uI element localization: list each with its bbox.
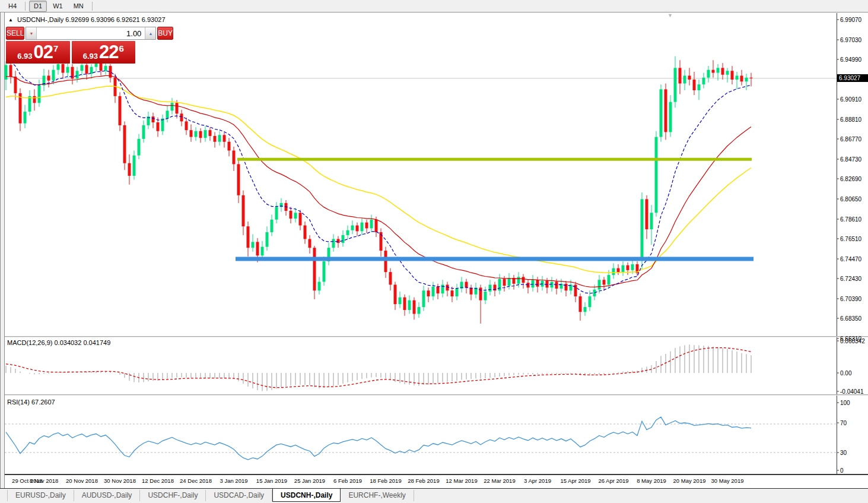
sell-price-point: 7	[53, 43, 58, 53]
tab-usdchf-daily[interactable]: USDCHF-,Daily	[140, 490, 206, 501]
date-axis-label: 18 Feb 2019	[370, 477, 401, 484]
sell-price-pips: 02	[33, 42, 52, 63]
date-axis-label: 20 May 2019	[673, 477, 706, 484]
price-axis-label: 6.82690	[840, 176, 861, 182]
date-axis-label: 28 Feb 2019	[408, 477, 439, 484]
price-axis-label: 6.80650	[840, 196, 861, 203]
rsi-panel-area	[5, 396, 837, 474]
rsi-axis-label: 70	[840, 420, 847, 426]
price-axis-label: 6.84730	[840, 156, 861, 163]
macd-indicator-label: MACD(12,26,9) 0.034032 0.041749	[7, 339, 110, 346]
date-axis-label: 8 Nov 2018	[30, 477, 59, 484]
price-axis-label: 6.76510	[840, 236, 861, 242]
tab-eurusd-daily[interactable]: EURUSD-,Daily	[7, 490, 74, 501]
tab-audusd-daily[interactable]: AUDUSD-,Daily	[74, 490, 141, 501]
toolbar-separator	[92, 2, 93, 11]
date-axis-label: 30 Nov 2018	[104, 477, 136, 484]
current-price-tag: 6.93027	[837, 74, 868, 82]
price-axis-label: 6.99070	[840, 17, 861, 23]
buy-price-display[interactable]: 6.93 22 6	[72, 41, 136, 64]
trading-terminal: { "toolbar": {"buttons": ["H4","D1","W1"…	[0, 0, 868, 503]
rsi-axis-label: 100	[840, 400, 850, 406]
macd-axis-label: -0.04041	[840, 388, 863, 395]
chart-title: ▲ USDCNH-,Daily 6.92699 6.93096 6.92621 …	[8, 16, 166, 23]
date-axis-label: 12 Mar 2019	[446, 477, 477, 484]
tab-usdcad-daily[interactable]: USDCAD-,Daily	[206, 490, 272, 501]
macd-axis-label: 0.00	[840, 370, 851, 377]
toolbar-separator	[25, 2, 26, 11]
macd-panel-area	[5, 337, 837, 394]
macd-axis-label: 0.060342	[840, 338, 865, 344]
price-axis-label: 6.86770	[840, 136, 861, 143]
date-axis-label: 15 Apr 2019	[560, 477, 590, 484]
price-axis-label: 6.88810	[840, 116, 861, 123]
sell-price-display[interactable]: 6.93 02 7	[6, 41, 70, 64]
price-axis-label: 6.94990	[840, 56, 861, 63]
buy-price-point: 6	[119, 43, 123, 53]
price-axis-label: 6.90910	[840, 96, 861, 103]
sell-price-prefix: 6.93	[17, 52, 32, 61]
timeframe-button-h4[interactable]: H4	[4, 1, 21, 12]
buy-price-pips: 22	[99, 42, 118, 63]
date-axis-label: 15 Jan 2019	[256, 477, 287, 484]
timeframe-toolbar: H4D1W1MN	[0, 0, 868, 12]
price-axis-label: 6.68350	[840, 315, 861, 322]
tab-usdcnh-daily[interactable]: USDCNH-,Daily	[272, 488, 341, 502]
date-axis-label: 12 Dec 2018	[142, 477, 174, 484]
buy-button[interactable]: BUY	[157, 27, 173, 40]
chart-tab-bar: EURUSD-,DailyAUDUSD-,DailyUSDCHF-,DailyU…	[0, 489, 868, 503]
collapse-triangle-icon[interactable]: ▲	[8, 17, 13, 23]
date-axis-label: 6 Feb 2019	[333, 477, 362, 484]
date-axis-label: 8 May 2019	[637, 477, 666, 484]
scroll-marker-icon[interactable]: ▼	[667, 12, 673, 18]
date-axis-label: 24 Dec 2018	[180, 477, 212, 484]
window-left-border	[0, 12, 5, 489]
volume-spinner: ▼ ▲	[26, 27, 156, 40]
sell-button[interactable]: SELL	[6, 27, 24, 40]
date-axis-label: 20 Nov 2018	[66, 477, 98, 484]
price-axis-label: 6.72430	[840, 276, 861, 282]
rsi-axis-label: 30	[840, 450, 847, 456]
date-axis-label: 25 Jan 2019	[294, 477, 325, 484]
panel-divider[interactable]	[5, 336, 868, 337]
date-axis-label: 22 Mar 2019	[484, 477, 515, 484]
symbol-period-label: USDCNH-,Daily	[17, 16, 63, 23]
one-click-trade-panel: SELL ▼ ▲ BUY 6.93 02 7 6.93 22 6	[6, 27, 135, 64]
date-axis-label: 26 Apr 2019	[598, 477, 628, 484]
date-axis-label: 30 May 2019	[711, 477, 744, 484]
price-axis-label: 6.97030	[840, 37, 861, 43]
volume-increase-button[interactable]: ▲	[145, 27, 155, 39]
timeframe-button-d1[interactable]: D1	[29, 1, 47, 12]
volume-decrease-button[interactable]: ▼	[26, 27, 37, 39]
price-axis-label: 6.70390	[840, 296, 861, 302]
ohlc-values: 6.92699 6.93096 6.92621 6.93027	[65, 16, 165, 23]
price-axis-label: 6.74470	[840, 256, 861, 262]
chart-bottom-frame	[5, 474, 868, 475]
date-axis-label: 3 Apr 2019	[524, 477, 551, 484]
panel-divider[interactable]	[5, 394, 868, 396]
date-axis-label: 3 Jan 2019	[220, 477, 247, 484]
timeframe-button-w1[interactable]: W1	[48, 1, 68, 12]
timeframe-button-mn[interactable]: MN	[69, 1, 88, 12]
rsi-axis-label: 0	[840, 467, 844, 474]
volume-input[interactable]	[37, 27, 145, 39]
rsi-indicator-label: RSI(14) 67.2607	[7, 398, 55, 406]
buy-price-prefix: 6.93	[83, 52, 98, 61]
price-axis-label: 6.78610	[840, 216, 861, 223]
tab-eurchf-weekly[interactable]: EURCHF-,Weekly	[341, 490, 414, 501]
